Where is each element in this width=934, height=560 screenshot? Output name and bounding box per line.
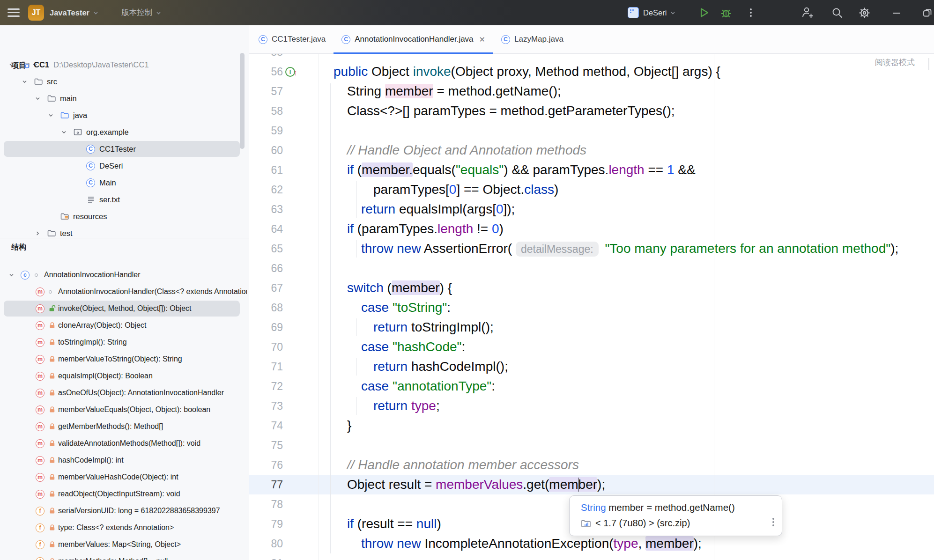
- tree-item-CC1Tester[interactable]: CCC1Tester: [0, 140, 249, 157]
- chevron-down-icon[interactable]: [61, 124, 67, 140]
- code-line-73[interactable]: 73return type;: [249, 396, 934, 416]
- code-line-68[interactable]: 68case "toString":: [249, 298, 934, 317]
- tree-item-CC1[interactable]: CC1D:\Desktop\JavaTester\CC1: [0, 56, 249, 73]
- chevron-down-icon[interactable]: [8, 266, 15, 283]
- structure-item[interactable]: minvoke(Object, Method, Object[]): Objec…: [0, 300, 249, 317]
- structure-item[interactable]: mtoStringImpl(): String: [0, 334, 249, 351]
- structure-item[interactable]: mmemberValueEquals(Object, Object): bool…: [0, 401, 249, 418]
- code-line-55[interactable]: 55: [249, 54, 934, 62]
- tree-item-org.example[interactable]: org.example: [0, 124, 249, 140]
- panel-divider[interactable]: [0, 238, 249, 238]
- tooltip-type-link[interactable]: String: [581, 502, 606, 513]
- code-line-64[interactable]: 64if (paramTypes.length != 0): [249, 219, 934, 239]
- method-icon: m: [36, 300, 44, 317]
- structure-item[interactable]: cAnnotationInvocationHandler: [0, 266, 249, 283]
- chevron-down-icon[interactable]: [8, 56, 15, 73]
- structure-item-label: AnnotationInvocationHandler(Class<? exte…: [58, 283, 247, 300]
- code-line-57[interactable]: 57String member = method.getName();: [249, 81, 934, 101]
- method-icon: m: [36, 368, 44, 384]
- project-widget[interactable]: JavaTester: [50, 0, 99, 25]
- tree-item-DeSeri[interactable]: CDeSeri: [0, 157, 249, 174]
- chevron-down-icon: [156, 10, 162, 16]
- code-with-me-button[interactable]: [801, 0, 815, 25]
- tab-LazyMap.java[interactable]: CLazyMap.java: [493, 25, 571, 53]
- settings-button[interactable]: [858, 0, 871, 25]
- structure-item[interactable]: masOneOfUs(Object): AnnotationInvocation…: [0, 384, 249, 401]
- reader-mode-label[interactable]: 阅读器模式: [875, 57, 915, 68]
- close-icon[interactable]: ✕: [479, 35, 485, 44]
- structure-item-label: equalsImpl(Object): Boolean: [58, 368, 247, 384]
- code-line-71[interactable]: 71return hashCodeImpl();: [249, 357, 934, 376]
- minimize-button[interactable]: [891, 0, 902, 25]
- structure-item[interactable]: mvalidateAnnotationMethods(Method[]): vo…: [0, 435, 249, 452]
- run-button[interactable]: [698, 0, 710, 25]
- structure-item[interactable]: mreadObject(ObjectInputStream): void: [0, 486, 249, 502]
- more-actions-button[interactable]: [747, 0, 755, 25]
- tree-item-main[interactable]: main: [0, 90, 249, 107]
- more-dots-icon[interactable]: [772, 516, 774, 528]
- structure-item[interactable]: mcloneArray(Object): Object: [0, 317, 249, 334]
- menu-icon[interactable]: [7, 0, 20, 25]
- code-line-66[interactable]: 66: [249, 258, 934, 278]
- tab-CC1Tester.java[interactable]: CCC1Tester.java: [251, 25, 334, 53]
- chevron-down-icon[interactable]: [35, 90, 41, 107]
- code-editor[interactable]: 5556I↑public Object invoke(Object proxy,…: [249, 54, 934, 560]
- structure-item-label: memberMethods: Method[] = null: [58, 553, 247, 560]
- tree-item-test[interactable]: test: [0, 225, 249, 242]
- structure-item[interactable]: mmemberValueToString(Object): String: [0, 351, 249, 368]
- private-lock-icon: [49, 452, 56, 469]
- code-line-56[interactable]: 56I↑public Object invoke(Object proxy, M…: [249, 62, 934, 81]
- code-line-70[interactable]: 70case "hashCode":: [249, 337, 934, 357]
- code-line-62[interactable]: 62paramTypes[0] == Object.class): [249, 180, 934, 199]
- code-line-58[interactable]: 58Class<?>[] paramTypes = method.getPara…: [249, 101, 934, 121]
- structure-item[interactable]: mAnnotationInvocationHandler(Class<? ext…: [0, 283, 249, 300]
- code-line-65[interactable]: 65throw new AssertionError( detailMessag…: [249, 239, 934, 258]
- code-line-76[interactable]: 76// Handle annotation member accessors: [249, 455, 934, 475]
- structure-item[interactable]: mequalsImpl(Object): Boolean: [0, 368, 249, 384]
- code-line-81[interactable]: 81: [249, 553, 934, 560]
- structure-item[interactable]: mgetMemberMethods(): Method[]: [0, 418, 249, 435]
- restore-button[interactable]: [922, 0, 934, 25]
- structure-item[interactable]: fmemberMethods: Method[] = null: [0, 553, 249, 560]
- ide-window: JT JavaTester 版本控制 DeSeri: [0, 0, 934, 560]
- debug-button[interactable]: [719, 0, 733, 25]
- library-folder-icon: [581, 519, 591, 528]
- chevron-down-icon[interactable]: [48, 107, 54, 124]
- line-number: 67: [249, 278, 283, 298]
- left-sidebar: 项目 CC1D:\Desktop\JavaTester\CC1srcmainja…: [0, 25, 249, 560]
- private-lock-icon: [49, 384, 56, 401]
- code-line-77[interactable]: 77Object result = memberValues.get(membe…: [249, 475, 934, 494]
- run-config-widget[interactable]: DeSeri: [628, 0, 676, 25]
- code-line-59[interactable]: 59: [249, 121, 934, 140]
- search-everywhere-button[interactable]: [830, 0, 844, 25]
- structure-item[interactable]: fserialVersionUID: long = 61820228836583…: [0, 502, 249, 519]
- code-line-60[interactable]: 60// Handle Object and Annotation method…: [249, 140, 934, 160]
- tab-AnnotationInvocationHandler.java[interactable]: CAnnotationInvocationHandler.java✕: [334, 25, 493, 53]
- chevron-right-icon[interactable]: [35, 225, 41, 242]
- structure-item[interactable]: mmemberValueHashCode(Object): int: [0, 469, 249, 486]
- code-line-72[interactable]: 72case "annotationType":: [249, 376, 934, 396]
- chevron-down-icon[interactable]: [22, 73, 28, 90]
- structure-item-label: serialVersionUID: long = 618202288365839…: [58, 502, 247, 519]
- private-lock-icon: [49, 317, 56, 334]
- tree-item-Main[interactable]: CMain: [0, 174, 249, 191]
- structure-item[interactable]: fmemberValues: Map<String, Object>: [0, 536, 249, 553]
- tree-item-src[interactable]: src: [0, 73, 249, 90]
- line-number: 65: [249, 239, 283, 258]
- tree-item-ser.txt[interactable]: ser.txt: [0, 191, 249, 208]
- vcs-widget[interactable]: 版本控制: [121, 0, 162, 25]
- tree-item-java[interactable]: java: [0, 107, 249, 124]
- code-line-74[interactable]: 74}: [249, 416, 934, 435]
- project-scrollbar[interactable]: [240, 53, 245, 149]
- code-line-75[interactable]: 75: [249, 435, 934, 455]
- code-line-63[interactable]: 63return equalsImpl(args[0]);: [249, 199, 934, 219]
- code-text: }: [347, 416, 351, 435]
- code-line-61[interactable]: 61if (member.equals("equals") && paramTy…: [249, 160, 934, 180]
- tree-item-resources[interactable]: resources: [0, 208, 249, 225]
- code-line-69[interactable]: 69return toStringImpl();: [249, 317, 934, 337]
- code-line-67[interactable]: 67switch (member) {: [249, 278, 934, 298]
- structure-item[interactable]: ftype: Class<? extends Annotation>: [0, 519, 249, 536]
- structure-item[interactable]: mhashCodeImpl(): int: [0, 452, 249, 469]
- code-line-80[interactable]: 80throw new IncompleteAnnotationExceptio…: [249, 534, 934, 553]
- implements-icon[interactable]: I↑: [285, 65, 299, 79]
